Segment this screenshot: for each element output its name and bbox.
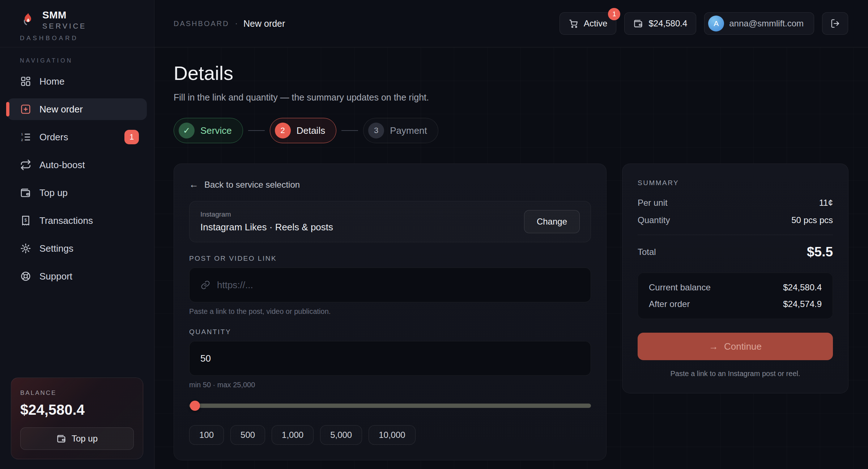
step-details[interactable]: 2 Details: [270, 118, 336, 143]
wallet-icon: [56, 434, 67, 444]
quantity-slider[interactable]: [189, 401, 591, 411]
sidebar-item-label: Orders: [39, 132, 68, 143]
sidebar-balance-card: BALANCE $24,580.4 Top up: [11, 378, 143, 459]
brand: SMM SERVICE DASHBOARD: [0, 0, 154, 47]
quantity-presets: 100 500 1,000 5,000 10,000: [189, 425, 591, 445]
summary-title: SUMMARY: [638, 179, 833, 187]
receipt-icon: $: [20, 215, 31, 226]
continue-button[interactable]: → Continue: [638, 333, 833, 360]
quantity-input[interactable]: [200, 353, 580, 364]
step-label: Details: [297, 125, 325, 136]
sidebar-item-label: Auto-boost: [39, 159, 85, 171]
check-icon: ✓: [179, 123, 195, 138]
avatar: A: [708, 16, 724, 31]
step-payment[interactable]: 3 Payment: [363, 118, 438, 143]
breadcrumb-separator: ·: [235, 19, 238, 28]
step-label: Service: [200, 125, 232, 136]
row-label: After order: [649, 299, 690, 309]
step-service[interactable]: ✓ Service: [174, 118, 243, 143]
post-link-input[interactable]: [217, 280, 580, 291]
row-label: Current balance: [649, 282, 711, 293]
summary-total-row: Total $5.5: [638, 244, 833, 260]
current-balance-row: Current balance $24,580.4: [649, 282, 822, 293]
preset-10000-button[interactable]: 10,000: [369, 425, 415, 445]
step-number: 2: [275, 123, 291, 138]
quantity-field-label: QUANTITY: [189, 328, 591, 336]
active-orders-chip[interactable]: Active 1: [559, 12, 616, 35]
preset-1000-button[interactable]: 1,000: [272, 425, 314, 445]
link-icon: [200, 280, 210, 290]
selected-service-box: Instagram Instagram Likes · Reels & post…: [189, 201, 591, 242]
link-field-helper: Paste a link to the post, video or publi…: [189, 307, 591, 316]
dashboard-icon: [20, 76, 31, 87]
summary-row-per-unit: Per unit 11¢: [638, 198, 833, 208]
lifebuoy-icon: [20, 270, 31, 282]
sidebar-item-auto-boost[interactable]: Auto-boost: [7, 154, 147, 176]
sidebar-item-home[interactable]: Home: [7, 71, 147, 92]
sidebar-item-label: Transactions: [39, 215, 93, 226]
breadcrumb-current: New order: [243, 18, 285, 29]
back-to-service-link[interactable]: ← Back to service selection: [189, 179, 300, 190]
sidebar-item-transactions[interactable]: $ Transactions: [7, 210, 147, 231]
row-value: 11¢: [819, 198, 833, 208]
top-up-button[interactable]: Top up: [20, 427, 134, 450]
back-link-label: Back to service selection: [204, 180, 300, 190]
logout-icon: [830, 18, 840, 29]
sidebar: SMM SERVICE DASHBOARD NAVIGATION Home: [0, 0, 154, 469]
svg-text:2: 2: [21, 138, 23, 142]
total-label: Total: [638, 247, 656, 257]
brand-subtitle: SERVICE: [42, 22, 86, 30]
total-value: $5.5: [807, 244, 833, 260]
page-subtitle: Fill in the link and quantity — the summ…: [174, 92, 848, 103]
step-connector: [341, 130, 358, 131]
sidebar-item-top-up[interactable]: Top up: [7, 182, 147, 204]
balance-label: BALANCE: [20, 389, 134, 397]
step-label: Payment: [390, 125, 427, 136]
gear-icon: [20, 243, 31, 254]
summary-row-quantity: Quantity 50 pcs pcs: [638, 215, 833, 225]
preset-500-button[interactable]: 500: [230, 425, 265, 445]
sidebar-item-orders[interactable]: 1 2 Orders 1: [7, 126, 147, 148]
breadcrumb: DASHBOARD · New order: [174, 18, 285, 29]
flame-logo-icon: [20, 12, 37, 28]
sidebar-item-label: Support: [39, 271, 72, 282]
row-label: Quantity: [638, 215, 670, 225]
slider-thumb[interactable]: [190, 401, 200, 411]
after-order-row: After order $24,574.9: [649, 299, 822, 309]
app-root: SMM SERVICE DASHBOARD NAVIGATION Home: [0, 0, 868, 469]
details-form-card: ← Back to service selection Instagram In…: [174, 163, 607, 460]
step-number: 3: [368, 123, 384, 138]
change-service-button[interactable]: Change: [524, 210, 580, 233]
sidebar-item-settings[interactable]: Settings: [7, 238, 147, 259]
user-chip[interactable]: A anna@smmlift.com: [704, 12, 814, 35]
sidebar-item-label: Top up: [39, 187, 68, 199]
sidebar-nav: Home New order 1 2 Order: [0, 71, 154, 287]
service-network: Instagram: [200, 210, 333, 218]
plus-square-icon: [20, 103, 31, 115]
user-email: anna@smmlift.com: [729, 18, 804, 29]
balance-amount: $24,580.4: [20, 402, 134, 418]
nav-section-label: NAVIGATION: [0, 47, 154, 71]
preset-5000-button[interactable]: 5,000: [320, 425, 362, 445]
row-value: $24,580.4: [783, 282, 822, 293]
breadcrumb-root[interactable]: DASHBOARD: [174, 20, 229, 28]
wallet-icon: [633, 18, 643, 29]
continue-label: Continue: [724, 341, 762, 352]
link-field-label: POST OR VIDEO LINK: [189, 255, 591, 263]
summary-card: SUMMARY Per unit 11¢ Quantity 50 pcs pcs: [622, 163, 848, 393]
summary-helper-text: Paste a link to an Instagram post or ree…: [638, 370, 833, 378]
repeat-icon: [20, 159, 31, 171]
link-input-wrapper: [189, 268, 591, 302]
slider-track[interactable]: [189, 404, 591, 408]
preset-100-button[interactable]: 100: [189, 425, 224, 445]
active-chip-label: Active: [584, 18, 607, 29]
wallet-icon: [20, 187, 31, 199]
logout-button[interactable]: [822, 12, 848, 35]
sidebar-item-label: Home: [39, 76, 64, 87]
row-label: Per unit: [638, 198, 668, 208]
sidebar-item-support[interactable]: Support: [7, 265, 147, 287]
step-connector: [248, 130, 265, 131]
main-content: Details Fill in the link and quantity — …: [154, 47, 868, 469]
header-balance-chip[interactable]: $24,580.4: [624, 12, 696, 35]
sidebar-item-new-order[interactable]: New order: [7, 98, 147, 120]
